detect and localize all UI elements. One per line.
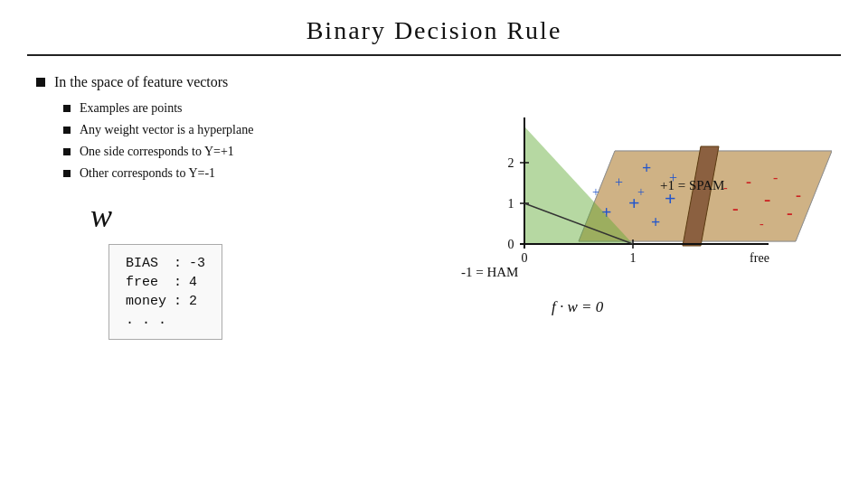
ham-label: -1 = HAM [461, 265, 518, 280]
table-cell: money [122, 292, 170, 311]
sub-bullet-text-1: Examples are points [80, 101, 183, 116]
svg-text:f · w = 0: f · w = 0 [552, 298, 604, 315]
table-row: free : 4 [122, 273, 209, 292]
table-cell: : [170, 292, 185, 311]
weight-table-inner: BIAS : -3 free : 4 money : 2 . . . [122, 254, 209, 330]
svg-text:free: free [750, 251, 769, 265]
table-row: BIAS : -3 [122, 254, 209, 273]
bullet-square [36, 78, 45, 87]
w-symbol: w [90, 197, 434, 235]
right-panel: + + + + + + + + + - - - - - - - - [452, 74, 832, 343]
table-row: money : 2 [122, 292, 209, 311]
sub-square-2 [63, 127, 71, 134]
sub-bullet-2: Any weight vector is a hyperplane [63, 123, 434, 137]
2d-chart-svg: money 2 1 0 1 0 free [452, 90, 832, 325]
table-cell [170, 311, 185, 330]
table-cell: : [170, 254, 185, 273]
main-bullet-item: In the space of feature vectors [36, 74, 434, 90]
sub-bullet-4: Other corresponds to Y=-1 [63, 166, 434, 181]
sub-square-3 [63, 148, 71, 155]
svg-text:1: 1 [630, 251, 637, 265]
title-divider [27, 54, 841, 56]
sub-square-1 [63, 105, 71, 112]
left-panel: In the space of feature vectors Examples… [36, 74, 452, 343]
table-cell: . . . [122, 311, 170, 330]
svg-text:0: 0 [508, 238, 514, 251]
table-cell [185, 311, 209, 330]
sub-bullet-1: Examples are points [63, 101, 434, 116]
table-cell: BIAS [122, 254, 170, 273]
sub-bullet-text-3: One side corresponds to Y=+1 [80, 145, 234, 159]
svg-text:2: 2 [508, 156, 514, 170]
table-cell: free [122, 273, 170, 292]
svg-text:+1 = SPAM: +1 = SPAM [660, 178, 724, 192]
sub-bullet-3: One side corresponds to Y=+1 [63, 145, 434, 159]
sub-bullet-text-4: Other corresponds to Y=-1 [80, 166, 215, 181]
table-cell: : [170, 273, 185, 292]
table-cell: 4 [185, 273, 209, 292]
weight-table: BIAS : -3 free : 4 money : 2 . . . [108, 244, 222, 340]
sub-bullet-text-2: Any weight vector is a hyperplane [80, 123, 253, 137]
sub-square-4 [63, 170, 71, 177]
page-title: Binary Decision Rule [0, 0, 868, 54]
main-bullet-text: In the space of feature vectors [54, 74, 228, 90]
svg-text:0: 0 [522, 251, 528, 265]
table-row: . . . [122, 311, 209, 330]
main-content: In the space of feature vectors Examples… [0, 74, 868, 343]
svg-text:1: 1 [508, 197, 514, 211]
table-cell: 2 [185, 292, 209, 311]
2d-chart-container: money 2 1 0 1 0 free [452, 90, 832, 325]
svg-marker-21 [524, 127, 633, 244]
table-cell: -3 [185, 254, 209, 273]
sub-bullets-list: Examples are points Any weight vector is… [63, 101, 434, 181]
